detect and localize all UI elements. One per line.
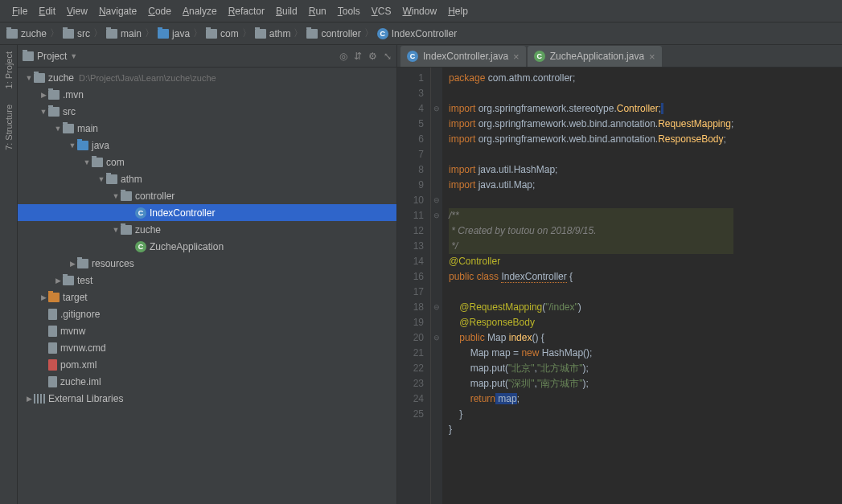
menu-refactor[interactable]: Refactor (223, 6, 270, 17)
breadcrumb-zuche[interactable]: zuche (6, 28, 47, 39)
close-icon[interactable]: × (649, 51, 655, 63)
menu-code[interactable]: Code (142, 6, 177, 17)
project-icon (23, 51, 34, 61)
tool-window-bar: 1: Project 7: Structure (0, 45, 18, 504)
fold-gutter: ⊖⊖⊖⊖⊖ (431, 68, 442, 504)
tree-mvnw[interactable]: mvnw (18, 322, 396, 339)
breadcrumb-IndexController[interactable]: CIndexController (377, 28, 457, 39)
menu-build[interactable]: Build (270, 6, 303, 17)
tree-java[interactable]: ▼java (18, 137, 396, 154)
editor-area: CIndexController.java×CZucheApplication.… (397, 45, 842, 504)
editor-tabs: CIndexController.java×CZucheApplication.… (397, 45, 842, 68)
editor[interactable]: 13456789101112131416171819202122232425 ⊖… (397, 68, 842, 504)
tool-structure[interactable]: 7: Structure (4, 104, 14, 150)
tab-IndexController.java[interactable]: CIndexController.java× (400, 46, 526, 67)
close-icon[interactable]: × (513, 51, 520, 63)
tab-ZucheApplication.java[interactable]: CZucheApplication.java× (528, 46, 662, 67)
menu-bar: FileEditViewNavigateCodeAnalyzeRefactorB… (0, 0, 842, 23)
tree-main[interactable]: ▼main (18, 120, 396, 137)
menu-window[interactable]: Window (396, 6, 442, 17)
project-sidebar: Project ▼ ◎ ⇵ ⚙ ⤡ ▼zucheD:\Project\Java\… (18, 45, 397, 504)
menu-run[interactable]: Run (303, 6, 332, 17)
breadcrumb-athm[interactable]: athm (255, 28, 291, 39)
tree-External Libraries[interactable]: ▶External Libraries (18, 390, 396, 407)
menu-analyze[interactable]: Analyze (177, 6, 223, 17)
tree-mvnw.cmd[interactable]: mvnw.cmd (18, 339, 396, 356)
tree-controller[interactable]: ▼controller (18, 187, 396, 204)
tree-athm[interactable]: ▼athm (18, 170, 396, 187)
tree-.mvn[interactable]: ▶.mvn (18, 86, 396, 103)
menu-help[interactable]: Help (442, 6, 474, 17)
menu-view[interactable]: View (61, 6, 93, 17)
tool-project[interactable]: 1: Project (4, 51, 14, 88)
tree-zuche[interactable]: ▼zucheD:\Project\Java\Learn\zuche\zuche (18, 69, 396, 86)
menu-file[interactable]: File (6, 6, 33, 17)
project-header[interactable]: Project ▼ (23, 51, 339, 62)
breadcrumb-bar: zuche〉src〉main〉java〉com〉athm〉controller〉… (0, 23, 842, 45)
breadcrumb-com[interactable]: com (206, 28, 239, 39)
tree-.gitignore[interactable]: .gitignore (18, 305, 396, 322)
tree-src[interactable]: ▼src (18, 103, 396, 120)
breadcrumb-controller[interactable]: controller (306, 28, 360, 39)
tree-target[interactable]: ▶target (18, 289, 396, 305)
menu-tools[interactable]: Tools (332, 6, 366, 17)
tree-zuche[interactable]: ▼zuche (18, 221, 396, 238)
tree-pom.xml[interactable]: pom.xml (18, 356, 396, 373)
tree-com[interactable]: ▼com (18, 154, 396, 170)
target-icon[interactable]: ◎ (339, 51, 347, 62)
menu-vcs[interactable]: VCS (366, 6, 397, 17)
tree-zuche.iml[interactable]: zuche.iml (18, 373, 396, 390)
tree-resources[interactable]: ▶resources (18, 255, 396, 272)
settings-icon[interactable]: ⚙ (368, 51, 377, 62)
menu-edit[interactable]: Edit (33, 6, 61, 17)
tree-IndexController[interactable]: CIndexController (18, 204, 396, 221)
breadcrumb-java[interactable]: java (158, 28, 190, 39)
hide-icon[interactable]: ⤡ (384, 51, 392, 62)
breadcrumb-src[interactable]: src (63, 28, 90, 39)
project-tree: ▼zucheD:\Project\Java\Learn\zuche\zuche▶… (18, 68, 396, 504)
tree-test[interactable]: ▶test (18, 272, 396, 289)
breadcrumb-main[interactable]: main (106, 28, 142, 39)
line-gutter: 13456789101112131416171819202122232425 (397, 68, 431, 504)
code-content[interactable]: package com.athm.controller; import org.… (442, 68, 740, 504)
tree-ZucheApplication[interactable]: CZucheApplication (18, 238, 396, 255)
collapse-icon[interactable]: ⇵ (354, 51, 362, 62)
project-title: Project (37, 51, 67, 62)
menu-navigate[interactable]: Navigate (93, 6, 142, 17)
